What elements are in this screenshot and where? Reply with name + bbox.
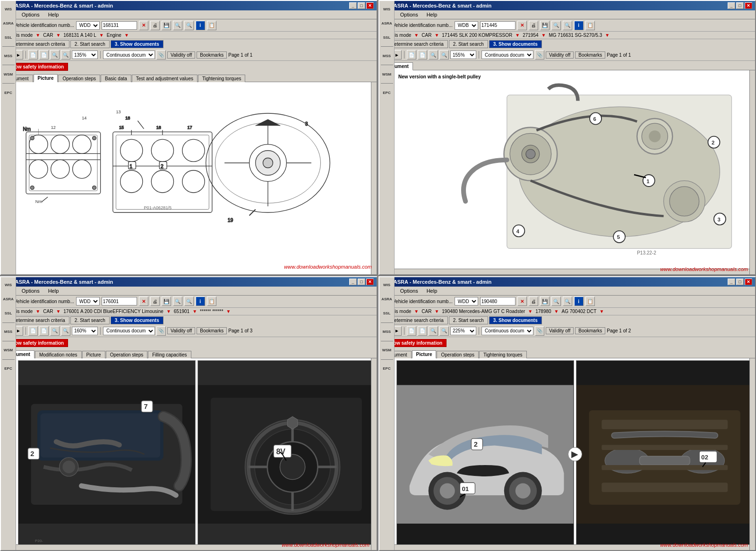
find2-btn-3[interactable]: 🔍	[184, 297, 194, 306]
minimize-btn-1[interactable]: _	[349, 2, 357, 9]
validity-btn-3[interactable]: Validity off	[167, 327, 195, 334]
menu-help-3[interactable]: Help	[46, 288, 61, 294]
tb-icon3-3[interactable]: 🔍	[50, 326, 60, 336]
doc-mode-btn-1[interactable]: 📎	[156, 50, 166, 59]
close-btn-2[interactable]: ✕	[745, 2, 752, 9]
step2-btn-2[interactable]: 2. Start search	[449, 40, 488, 48]
tb-icon3-2[interactable]: 🔍	[429, 50, 438, 59]
menu-help-4[interactable]: Help	[425, 288, 439, 294]
scrollbar-h-2[interactable]	[395, 269, 749, 274]
sidebar-wsm-2[interactable]: WSM	[381, 70, 393, 80]
bookmarks-btn-3[interactable]: Bookmarks	[197, 327, 227, 334]
step2-btn-1[interactable]: 2. Start search	[70, 40, 110, 48]
save-btn-1[interactable]: 💾	[162, 21, 171, 30]
step3-btn-4[interactable]: 3. Show documents	[489, 316, 542, 324]
find2-btn-2[interactable]: 🔍	[563, 21, 572, 30]
maximize-btn-3[interactable]: □	[358, 279, 365, 285]
scrollbar-v-3[interactable]	[371, 358, 377, 551]
search-vin-btn-1[interactable]: ✕	[139, 21, 148, 30]
validity-btn-2[interactable]: Validity off	[546, 51, 574, 59]
tb-icon2-1[interactable]: 📄	[39, 50, 49, 59]
tab-picture-1[interactable]: Picture	[34, 74, 58, 82]
tab-picture-4[interactable]: Picture	[412, 350, 437, 358]
menu-options-2[interactable]: Options	[398, 11, 420, 18]
tb-icon2-3[interactable]: 📄	[39, 326, 49, 336]
minimize-btn-2[interactable]: _	[728, 2, 735, 9]
find-btn-4[interactable]: 🔍	[551, 297, 561, 306]
validity-btn-1[interactable]: Validity off	[167, 51, 195, 59]
scrollbar-h-4[interactable]	[395, 544, 749, 550]
step2-btn-3[interactable]: 2. Start search	[70, 316, 110, 324]
vin-input-4[interactable]	[480, 297, 515, 305]
tb-icon4-2[interactable]: 🔍	[439, 50, 449, 59]
search-vin-btn-3[interactable]: ✕	[139, 297, 148, 306]
find-btn-2[interactable]: 🔍	[551, 21, 561, 30]
info-btn-4[interactable]: i	[574, 297, 584, 306]
sidebar-epc-4[interactable]: EPC	[381, 363, 393, 375]
zoom-select-3[interactable]: 160%	[72, 327, 98, 335]
print-btn-1[interactable]: 🖨	[150, 21, 160, 30]
info-btn-2[interactable]: i	[574, 21, 584, 30]
save-btn-2[interactable]: 💾	[540, 21, 550, 30]
menu-help-1[interactable]: Help	[46, 11, 61, 18]
zoom-select-4[interactable]: 225%	[450, 327, 476, 335]
tb-icon1-3[interactable]: 📄	[28, 326, 38, 336]
sidebar-epc-1[interactable]: EPC	[2, 86, 15, 99]
find-btn-3[interactable]: 🔍	[173, 297, 182, 306]
close-btn-1[interactable]: ✕	[366, 2, 374, 9]
doc-mode-btn-3[interactable]: 📎	[156, 326, 166, 336]
tb-icon1-4[interactable]: 📄	[407, 326, 416, 336]
brand-select-1[interactable]: WDD	[76, 21, 100, 30]
menu-options-1[interactable]: Options	[20, 11, 42, 18]
bookmarks-btn-2[interactable]: Bookmarks	[575, 51, 605, 59]
step3-btn-1[interactable]: 3. Show documents	[111, 40, 163, 48]
doc-mode-btn-4[interactable]: 📎	[535, 326, 544, 336]
tab-opsteps-4[interactable]: Operation steps	[437, 351, 479, 358]
tb-icon4-4[interactable]: 🔍	[439, 326, 449, 336]
vin-input-3[interactable]	[102, 297, 137, 305]
bookmarks-btn-1[interactable]: Bookmarks	[197, 51, 227, 59]
bookmarks-btn-4[interactable]: Bookmarks	[575, 327, 605, 334]
tab-picture-3[interactable]: Picture	[82, 351, 105, 358]
brand-select-2[interactable]: WDB	[455, 21, 478, 30]
scrollbar-v-4[interactable]	[749, 358, 755, 551]
tab-opsteps-3[interactable]: Operation steps	[106, 351, 148, 358]
vin-input-2[interactable]	[480, 21, 515, 30]
doc-mode-3[interactable]: Continuous document	[103, 327, 155, 335]
find2-btn-1[interactable]: 🔍	[184, 21, 194, 30]
sidebar-epc-3[interactable]: EPC	[2, 363, 15, 375]
doc-mode-4[interactable]: Continuous document	[481, 327, 533, 335]
doc-mode-btn-2[interactable]: 📎	[535, 50, 544, 59]
scrollbar-v-1[interactable]	[371, 82, 377, 274]
vin-input-1[interactable]	[102, 21, 137, 30]
tab-filling-3[interactable]: Filling capacities	[148, 351, 191, 358]
tb-icon2-4[interactable]: 📄	[418, 326, 427, 336]
tb-icon2-2[interactable]: 📄	[418, 50, 427, 59]
maximize-btn-1[interactable]: □	[358, 2, 365, 9]
tb-icon4-1[interactable]: 🔍	[61, 50, 70, 59]
search-vin-btn-2[interactable]: ✕	[517, 21, 527, 30]
tb-icon4-3[interactable]: 🔍	[61, 326, 70, 336]
zoom-select-2[interactable]: 155%	[450, 51, 476, 59]
menu-options-3[interactable]: Options	[20, 288, 42, 294]
menu-help-2[interactable]: Help	[425, 11, 439, 18]
menu-options-4[interactable]: Options	[398, 288, 420, 294]
print-btn-4[interactable]: 🖨	[529, 297, 538, 306]
info-btn-1[interactable]: i	[196, 21, 205, 30]
tab-modnotes-3[interactable]: Modification notes	[35, 351, 82, 358]
info-btn-3[interactable]: i	[196, 297, 205, 306]
find2-btn-4[interactable]: 🔍	[563, 297, 572, 306]
extra-btn-3[interactable]: 📋	[207, 297, 216, 306]
tb-icon1-2[interactable]: 📄	[407, 50, 416, 59]
tb-icon3-1[interactable]: 🔍	[50, 50, 60, 59]
maximize-btn-4[interactable]: □	[736, 279, 744, 285]
doc-mode-1[interactable]: Continuous document	[103, 51, 155, 59]
tab-tightening-1[interactable]: Tightening torques	[198, 75, 245, 82]
maximize-btn-2[interactable]: □	[736, 2, 744, 9]
tb-icon3-4[interactable]: 🔍	[429, 326, 438, 336]
tab-tightening-4[interactable]: Tightening torques	[479, 351, 526, 358]
brand-select-4[interactable]: WDD	[455, 297, 478, 305]
extra-btn-1[interactable]: 📋	[207, 21, 216, 30]
tb-icon1-1[interactable]: 📄	[28, 50, 38, 59]
scrollbar-h-3[interactable]	[16, 544, 371, 550]
